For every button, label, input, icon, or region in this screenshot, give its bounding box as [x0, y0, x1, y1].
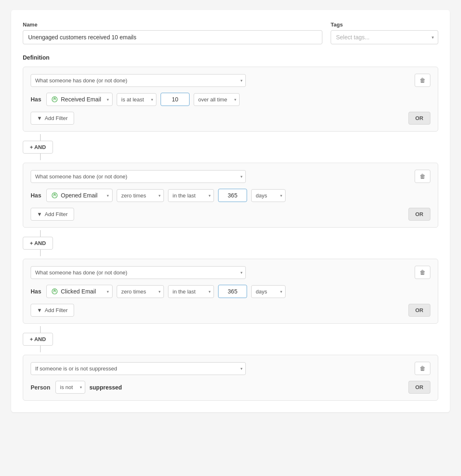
add-filter-label-2: Add Filter — [45, 211, 68, 217]
definition-section: Definition What someone has done (or not… — [23, 54, 438, 401]
condition-block-3: What someone has done (or not done) ▾ 🗑 … — [23, 259, 438, 324]
and-section-1: + AND — [23, 134, 438, 160]
delete-button-4[interactable]: 🗑 — [415, 362, 430, 375]
person-label: Person — [31, 384, 51, 391]
tags-label: Tags — [331, 22, 438, 28]
time-range-select-wrapper-3[interactable]: in the last over all time ▾ — [168, 285, 214, 298]
add-filter-button-3[interactable]: ▼ Add Filter — [31, 304, 74, 317]
condition-type-select-3[interactable]: What someone has done (or not done) ▾ — [31, 266, 246, 279]
chevron-down-icon: ▾ — [107, 289, 109, 294]
condition-header-row-3: What someone has done (or not done) ▾ 🗑 — [31, 266, 430, 279]
and-button-1[interactable]: + AND — [23, 141, 53, 154]
filter-footer-3: ▼ Add Filter OR — [31, 304, 430, 317]
email-icon-3 — [51, 288, 58, 295]
connector-line-1b — [40, 154, 41, 160]
email-icon-2 — [51, 192, 58, 199]
filter-icon: ▼ — [37, 211, 42, 217]
filter-row-2: Has Opened Email ▾ zero times — [31, 189, 430, 202]
name-label: Name — [23, 22, 322, 28]
and-section-3: + AND — [23, 326, 438, 352]
or-button-4[interactable]: OR — [408, 381, 431, 394]
email-icon-1 — [51, 96, 58, 103]
trash-icon: 🗑 — [420, 77, 425, 84]
delete-button-2[interactable]: 🗑 — [415, 170, 430, 183]
condition-select-wrapper-1[interactable]: is at least is at most exactly ▾ — [117, 93, 156, 106]
number-input-2[interactable] — [218, 189, 247, 202]
add-filter-button-1[interactable]: ▼ Add Filter — [31, 112, 74, 125]
suppressed-text: suppressed — [89, 384, 122, 391]
number-input-1[interactable] — [161, 93, 190, 106]
tags-select-wrapper[interactable]: Select tags... ▾ — [331, 30, 438, 44]
condition-type-dropdown-1[interactable]: What someone has done (or not done) — [31, 74, 246, 87]
delete-button-1[interactable]: 🗑 — [415, 74, 430, 87]
condition-header-row-2: What someone has done (or not done) ▾ 🗑 — [31, 170, 430, 183]
unit-select-wrapper-2[interactable]: days weeks months ▾ — [251, 189, 286, 202]
condition-type-dropdown-3[interactable]: What someone has done (or not done) — [31, 266, 246, 279]
top-row: Name Tags Select tags... ▾ — [23, 22, 438, 44]
number-input-3[interactable] — [218, 285, 247, 298]
time-range-select-wrapper-2[interactable]: in the last over all time ▾ — [168, 189, 214, 202]
and-section-2: + AND — [23, 230, 438, 256]
or-button-1[interactable]: OR — [408, 112, 431, 125]
condition-select-1[interactable]: is at least is at most exactly — [117, 93, 156, 106]
condition-block-2: What someone has done (or not done) ▾ 🗑 … — [23, 163, 438, 228]
filter-row-1: Has Received Email ▾ is at least — [31, 93, 430, 106]
email-type-btn-1[interactable]: Received Email ▾ — [46, 93, 113, 106]
time-range-select-2[interactable]: in the last over all time — [168, 189, 214, 202]
trash-icon: 🗑 — [420, 365, 425, 372]
and-button-2[interactable]: + AND — [23, 237, 53, 250]
filter-icon: ▼ — [37, 307, 42, 313]
tags-field-group: Tags Select tags... ▾ — [331, 22, 438, 44]
connector-line-1 — [40, 134, 41, 141]
unit-select-2[interactable]: days weeks months — [251, 189, 286, 202]
condition-select-3[interactable]: zero times at least once — [117, 285, 164, 298]
or-button-2[interactable]: OR — [408, 208, 431, 221]
has-label-1: Has — [31, 96, 42, 103]
delete-button-3[interactable]: 🗑 — [415, 266, 430, 279]
connector-line-3b — [40, 346, 41, 352]
time-select-1[interactable]: over all time in the last — [194, 93, 240, 106]
and-button-3[interactable]: + AND — [23, 333, 53, 346]
condition-type-select-1[interactable]: What someone has done (or not done) ▾ — [31, 74, 246, 87]
time-select-wrapper-1[interactable]: over all time in the last ▾ — [194, 93, 240, 106]
chevron-down-icon: ▾ — [432, 35, 434, 40]
has-label-3: Has — [31, 288, 42, 295]
trash-icon: 🗑 — [420, 269, 425, 276]
condition-type-dropdown-2[interactable]: What someone has done (or not done) — [31, 170, 246, 183]
person-condition-select[interactable]: is not is — [55, 381, 85, 394]
condition-select-wrapper-3[interactable]: zero times at least once ▾ — [117, 285, 164, 298]
condition-type-dropdown-4[interactable]: If someone is or is not suppressed — [31, 362, 246, 375]
add-filter-label-1: Add Filter — [45, 115, 68, 121]
connector-line-2 — [40, 230, 41, 237]
has-label-2: Has — [31, 192, 42, 199]
name-field-group: Name — [23, 22, 322, 44]
email-type-label-2: Opened Email — [61, 192, 98, 199]
name-input[interactable] — [23, 30, 322, 44]
tags-select[interactable]: Select tags... — [331, 30, 438, 44]
condition-select-wrapper-2[interactable]: zero times at least once ▾ — [117, 189, 164, 202]
email-type-btn-2[interactable]: Opened Email ▾ — [46, 189, 113, 202]
chevron-down-icon: ▾ — [107, 97, 109, 102]
time-range-select-3[interactable]: in the last over all time — [168, 285, 214, 298]
add-filter-label-3: Add Filter — [45, 307, 68, 313]
filter-row-3: Has Clicked Email ▾ zero times — [31, 285, 430, 298]
condition-type-select-4[interactable]: If someone is or is not suppressed ▾ — [31, 362, 246, 375]
page-container: Name Tags Select tags... ▾ Definition Wh… — [11, 10, 450, 412]
unit-select-3[interactable]: days weeks months — [251, 285, 286, 298]
filter-row-4: Person is not is ▾ suppressed OR — [31, 381, 430, 394]
condition-select-2[interactable]: zero times at least once — [117, 189, 164, 202]
trash-icon: 🗑 — [420, 173, 425, 180]
email-type-btn-3[interactable]: Clicked Email ▾ — [46, 285, 113, 298]
or-button-3[interactable]: OR — [408, 304, 431, 317]
condition-type-select-2[interactable]: What someone has done (or not done) ▾ — [31, 170, 246, 183]
unit-select-wrapper-3[interactable]: days weeks months ▾ — [251, 285, 286, 298]
person-condition-wrapper[interactable]: is not is ▾ — [55, 381, 85, 394]
add-filter-button-2[interactable]: ▼ Add Filter — [31, 208, 74, 221]
connector-line-2b — [40, 250, 41, 256]
definition-label: Definition — [23, 54, 438, 61]
filter-footer-2: ▼ Add Filter OR — [31, 208, 430, 221]
condition-block-4: If someone is or is not suppressed ▾ 🗑 P… — [23, 355, 438, 401]
condition-header-row-4: If someone is or is not suppressed ▾ 🗑 — [31, 362, 430, 375]
filter-footer-1: ▼ Add Filter OR — [31, 112, 430, 125]
email-type-label-1: Received Email — [61, 96, 101, 103]
